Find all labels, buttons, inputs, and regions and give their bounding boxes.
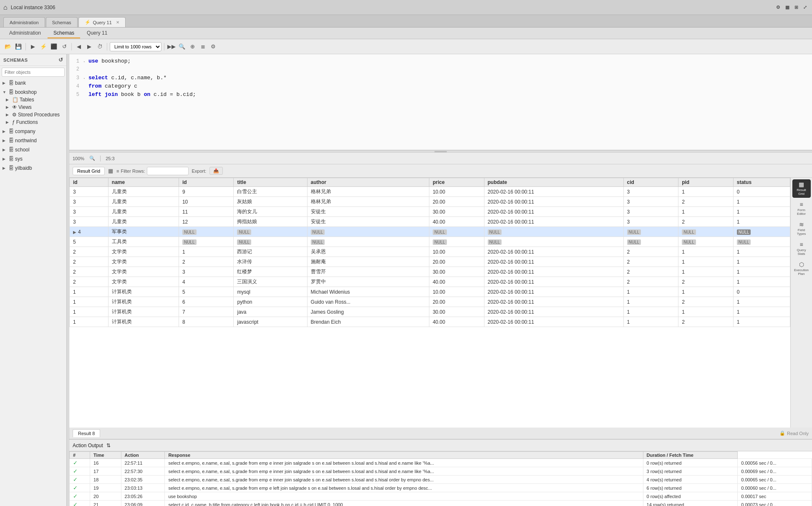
sql-editor[interactable]: 1 • use bookshop; 2 3 • select c.id, c.n… bbox=[69, 54, 812, 150]
table-row[interactable]: 3儿童类11海的女儿安徒生30.002020-02-16 00:00:11311 bbox=[70, 207, 790, 217]
col-header-bid[interactable]: id bbox=[179, 178, 234, 187]
prev-btn[interactable]: ◀ bbox=[74, 42, 83, 51]
tab-query11[interactable]: ⚡ Query 11 ✕ bbox=[78, 17, 126, 27]
col-header-author[interactable]: author bbox=[307, 178, 429, 187]
run-all-btn[interactable]: ▶▶ bbox=[167, 42, 176, 51]
tab-close-icon[interactable]: ✕ bbox=[116, 20, 119, 25]
tree-row-tables[interactable]: ▶ 📋 Tables bbox=[0, 96, 66, 103]
action-sort-icon[interactable]: ⇅ bbox=[106, 443, 111, 448]
execute-current-btn[interactable]: ⚡ bbox=[39, 42, 48, 51]
filter-label: Filter Rows: bbox=[121, 169, 145, 174]
action-num: 21 bbox=[90, 501, 121, 506]
col-header-title[interactable]: title bbox=[234, 178, 307, 187]
col-action[interactable]: Action bbox=[121, 452, 165, 459]
table-row[interactable]: 1计算机类5mysqlMichael Widenius10.002020-02-… bbox=[70, 287, 790, 297]
toolbar-icon-1[interactable]: ⚙ bbox=[774, 4, 782, 11]
col-header-price[interactable]: price bbox=[429, 178, 484, 187]
col-header-cid[interactable]: cid bbox=[623, 178, 678, 187]
table-row[interactable]: 3儿童类12拇指姑娘安徒生40.002020-02-16 00:00:11321 bbox=[70, 217, 790, 227]
next-btn[interactable]: ▶ bbox=[85, 42, 94, 51]
result-grid-btn[interactable]: Result Grid bbox=[73, 167, 105, 175]
nav-tab-schemas[interactable]: Schemas bbox=[48, 28, 80, 38]
rpanel-field-types[interactable]: ≋ FieldTypes bbox=[792, 219, 811, 238]
search-btn[interactable]: 🔍 bbox=[177, 42, 187, 51]
col-header-status[interactable]: status bbox=[733, 178, 790, 187]
filter-input[interactable] bbox=[2, 68, 65, 77]
toolbar-icon-3[interactable]: ⊞ bbox=[793, 4, 800, 11]
history-btn[interactable]: ⏱ bbox=[95, 42, 104, 51]
tree-row-functions[interactable]: ▶ ƒ Functions bbox=[0, 118, 66, 126]
action-row[interactable]: ✓2123:06:09select c.id, c.name, b.title … bbox=[70, 501, 812, 506]
tree-row-northwind[interactable]: ▶ 🗄 northwind bbox=[0, 137, 66, 144]
table-row[interactable]: 3儿童类10灰姑娘格林兄弟20.002020-02-16 00:00:11321 bbox=[70, 197, 790, 207]
tree-row-views[interactable]: ▶ 👁 Views bbox=[0, 103, 66, 111]
toolbar-icon-2[interactable]: ▦ bbox=[784, 4, 791, 11]
action-row[interactable]: ✓1923:03:13select e.empno, e.name, e.sal… bbox=[70, 484, 812, 492]
action-row[interactable]: ✓1622:57:11select e.empno, e.name, e.sal… bbox=[70, 459, 812, 467]
filter-rows-input[interactable] bbox=[147, 167, 189, 175]
table-cell: 8 bbox=[179, 317, 234, 327]
col-header-name[interactable]: name bbox=[108, 178, 179, 187]
tree-row-sys[interactable]: ▶ 🗄 sys bbox=[0, 155, 66, 163]
format-btn[interactable]: ≣ bbox=[198, 42, 207, 51]
action-response: 14 row(s) returned bbox=[643, 501, 738, 506]
action-duration: 0.00060 sec / 0... bbox=[738, 484, 812, 492]
table-cell: 1 bbox=[623, 307, 678, 317]
action-row[interactable]: ✓1722:57:30select e.empno, e.name, e.sal… bbox=[70, 467, 812, 476]
col-response[interactable]: Response bbox=[165, 452, 643, 459]
tree-row-bookshop[interactable]: ▼ 🗄 bookshop bbox=[0, 88, 66, 96]
rpanel-field-label: FieldTypes bbox=[797, 229, 806, 236]
action-row[interactable]: ✓1823:02:35select e.empno, e.name, e.sal… bbox=[70, 476, 812, 484]
table-row[interactable]: 2文学类3红楼梦曹雪芹30.002020-02-16 00:00:11211 bbox=[70, 267, 790, 277]
table-row[interactable]: 1计算机类6pythonGuido van Ross...20.002020-0… bbox=[70, 297, 790, 307]
save-btn[interactable]: 💾 bbox=[14, 42, 23, 51]
table-row[interactable]: 1计算机类7javaJames Gosling30.002020-02-16 0… bbox=[70, 307, 790, 317]
col-num[interactable]: # bbox=[70, 452, 90, 459]
export-btn[interactable]: 📤 bbox=[209, 167, 223, 175]
tree-row-school[interactable]: ▶ 🗄 school bbox=[0, 146, 66, 154]
tree-row-stored-procedures[interactable]: ▶ ⚙ Stored Procedures bbox=[0, 111, 66, 118]
tree-label-views: Views bbox=[18, 104, 64, 110]
open-file-btn[interactable]: 📂 bbox=[3, 42, 13, 51]
table-row[interactable]: 3儿童类9白雪公主格林兄弟10.002020-02-16 00:00:11310 bbox=[70, 187, 790, 197]
table-row[interactable]: 2文学类4三国演义罗贯中40.002020-02-16 00:00:11221 bbox=[70, 277, 790, 287]
tree-label-yilbaidb: yilbaidb bbox=[15, 165, 64, 171]
tab-schemas[interactable]: Schemas bbox=[46, 17, 78, 27]
table-cell: 2 bbox=[70, 247, 108, 257]
tree-row-yilbaidb[interactable]: ▶ 🗄 yilbaidb bbox=[0, 164, 66, 172]
rpanel-execution-plan[interactable]: ⬡ ExecutionPlan bbox=[792, 259, 811, 278]
rpanel-form-editor[interactable]: ≡ FormEditor bbox=[792, 199, 811, 218]
tree-row-company[interactable]: ▶ 🗄 company bbox=[0, 128, 66, 135]
action-num: 16 bbox=[90, 459, 121, 467]
limit-select[interactable]: Limit to 1000 rows No limit Limit to 500… bbox=[110, 42, 161, 51]
col-header-pid[interactable]: pid bbox=[678, 178, 734, 187]
table-cell: 40.00 bbox=[429, 277, 484, 287]
col-time[interactable]: Time bbox=[90, 452, 121, 459]
action-row[interactable]: ✓2023:05:26use bookshop0 row(s) affected… bbox=[70, 492, 812, 501]
misc-btn[interactable]: ⚙ bbox=[209, 42, 218, 51]
col-header-pubdate[interactable]: pubdate bbox=[484, 178, 623, 187]
tree-row-bank[interactable]: ▶ 🗄 bank bbox=[0, 79, 66, 87]
refresh-schemas-icon[interactable]: ↺ bbox=[58, 57, 63, 63]
nav-tab-query11[interactable]: Query 11 bbox=[81, 28, 113, 38]
stop-btn[interactable]: ⬛ bbox=[49, 42, 58, 51]
table-row[interactable]: 5工具类NULLNULLNULLNULLNULLNULLNULLNULL bbox=[70, 237, 790, 247]
toolbar-icon-4[interactable]: ⤢ bbox=[802, 4, 809, 11]
home-icon[interactable]: ⌂ bbox=[3, 4, 8, 11]
col-header-id[interactable]: id bbox=[70, 178, 108, 187]
column-toggle-icon[interactable]: ▦ bbox=[108, 168, 113, 174]
table-row[interactable]: 2文学类2水浒传施耐庵20.002020-02-16 00:00:11211 bbox=[70, 257, 790, 267]
zoom-icon[interactable]: 🔍 bbox=[89, 156, 95, 161]
nav-tab-administration[interactable]: Administration bbox=[3, 28, 47, 38]
rpanel-result-grid[interactable]: ▦ ResultGrid bbox=[792, 179, 811, 198]
result-tab-8[interactable]: Result 8 bbox=[73, 429, 100, 437]
col-duration[interactable]: Duration / Fetch Time bbox=[643, 452, 738, 459]
rpanel-query-stats[interactable]: ≡ QueryStats bbox=[792, 239, 811, 258]
execute-btn[interactable]: ▶ bbox=[28, 42, 38, 51]
table-row[interactable]: ▶4军事类NULLNULLNULLNULLNULLNULLNULLNULL bbox=[70, 227, 790, 237]
inspect-btn[interactable]: ⊕ bbox=[188, 42, 197, 51]
tab-administration[interactable]: Administration bbox=[3, 17, 45, 27]
table-row[interactable]: 2文学类1西游记吴承恩10.002020-02-16 00:00:11211 bbox=[70, 247, 790, 257]
refresh-btn[interactable]: ↺ bbox=[60, 42, 69, 51]
table-row[interactable]: 1计算机类8javascriptBrendan Eich40.002020-02… bbox=[70, 317, 790, 327]
